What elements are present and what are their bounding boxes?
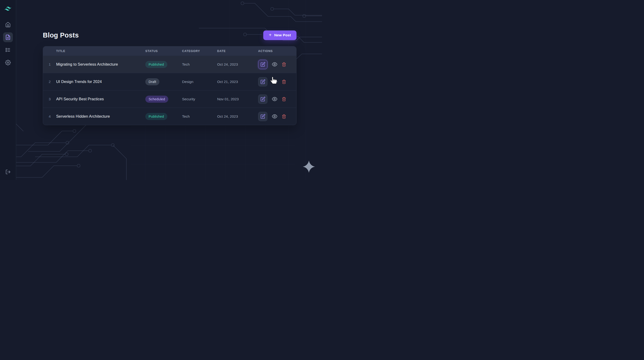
edit-button[interactable] (258, 94, 268, 104)
trash-icon (282, 114, 286, 119)
row-number: 4 (49, 114, 56, 119)
edit-icon (260, 97, 265, 101)
row-actions (258, 112, 291, 121)
eye-icon (272, 96, 277, 102)
table-header-row: TITLE STATUS CATEGORY DATE ACTIONS (43, 46, 296, 56)
row-actions (258, 60, 291, 69)
edit-icon (260, 79, 265, 84)
edit-icon (260, 114, 265, 119)
status-badge: Published (145, 61, 167, 68)
post-title: Serverless Hidden Architecture (56, 114, 145, 119)
edit-icon (260, 62, 265, 67)
delete-button[interactable] (282, 97, 286, 101)
table-row[interactable]: 3 API Security Best Practices Scheduled … (43, 90, 296, 108)
posts-table: TITLE STATUS CATEGORY DATE ACTIONS 1 Mig… (43, 46, 296, 125)
post-title: API Security Best Practices (56, 97, 145, 101)
trash-icon (282, 62, 286, 67)
post-title: UI Design Trends for 2024 (56, 79, 145, 84)
row-number: 3 (49, 97, 56, 101)
page-header: Blog Posts + New Post (43, 30, 296, 40)
edit-button[interactable] (258, 77, 268, 86)
list-icon (5, 47, 11, 53)
post-category: Tech (182, 114, 217, 119)
gear-icon (5, 60, 11, 65)
eye-icon (272, 114, 277, 119)
page-title: Blog Posts (43, 31, 79, 39)
sidebar-item-settings[interactable] (3, 58, 13, 68)
column-header-category: CATEGORY (182, 50, 217, 53)
status-badge: Draft (145, 78, 159, 85)
view-button[interactable] (272, 79, 277, 84)
logout-button[interactable] (3, 167, 13, 177)
post-title: Migrating to Serverless Architecture (56, 62, 145, 67)
column-header-status: STATUS (145, 50, 182, 53)
logout-icon (6, 169, 11, 174)
eye-icon (272, 62, 277, 67)
trash-icon (282, 79, 286, 84)
row-actions (258, 94, 291, 104)
eye-icon (272, 79, 277, 84)
app-logo[interactable] (0, 5, 16, 13)
column-header-actions: ACTIONS (258, 50, 291, 53)
trash-icon (282, 97, 286, 101)
view-button[interactable] (272, 62, 277, 67)
table-row[interactable]: 2 UI Design Trends for 2024 Draft Design… (43, 73, 296, 90)
edit-button[interactable] (258, 112, 268, 121)
column-header-date: DATE (217, 50, 258, 53)
post-category: Design (182, 80, 217, 84)
wave-logo-icon (4, 5, 12, 13)
sidebar-item-home[interactable] (3, 20, 13, 30)
view-button[interactable] (272, 114, 277, 119)
delete-button[interactable] (282, 114, 286, 119)
main-content: Blog Posts + New Post TITLE STATUS CATEG… (16, 0, 322, 180)
home-icon (5, 22, 11, 28)
edit-button[interactable] (258, 60, 268, 69)
view-button[interactable] (272, 96, 277, 102)
post-date: Oct 24, 2023 (217, 62, 258, 67)
row-number: 2 (49, 80, 56, 84)
plus-icon: + (269, 33, 272, 37)
post-date: Oct 24, 2023 (217, 114, 258, 119)
sidebar-item-list[interactable] (3, 45, 13, 55)
table-row[interactable]: 4 Serverless Hidden Architecture Publish… (43, 108, 296, 125)
post-date: Nov 01, 2023 (217, 97, 258, 101)
post-category: Tech (182, 62, 217, 67)
new-post-button[interactable]: + New Post (263, 31, 296, 40)
post-category: Security (182, 97, 217, 101)
new-post-label: New Post (274, 33, 291, 37)
delete-button[interactable] (282, 62, 286, 67)
table-row[interactable]: 1 Migrating to Serverless Architecture P… (43, 56, 296, 73)
sidebar (0, 0, 16, 180)
sidebar-item-posts[interactable] (3, 32, 13, 42)
status-badge: Scheduled (145, 96, 168, 103)
status-badge: Published (145, 113, 167, 120)
sidebar-nav (0, 20, 16, 68)
column-header-title: TITLE (56, 50, 145, 53)
row-number: 1 (49, 62, 56, 67)
delete-button[interactable] (282, 79, 286, 84)
post-date: Oct 21, 2023 (217, 80, 258, 84)
row-actions (258, 77, 291, 86)
document-icon (5, 35, 11, 40)
table-body: 1 Migrating to Serverless Architecture P… (43, 56, 296, 125)
